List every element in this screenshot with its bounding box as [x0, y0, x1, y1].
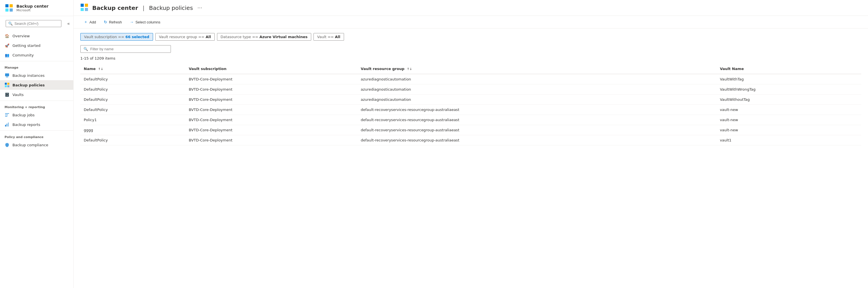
add-icon: ＋ — [84, 20, 88, 25]
cell-subscription: BVTD-Core-Deployment — [185, 115, 357, 125]
table-row[interactable]: DefaultPolicy BVTD-Core-Deployment defau… — [80, 105, 861, 115]
items-count: 1-15 of 1209 items — [80, 56, 861, 61]
getting-started-icon: 🚀 — [4, 43, 10, 48]
sidebar-item-backup-compliance[interactable]: Backup compliance — [0, 140, 73, 150]
svg-rect-14 — [6, 124, 7, 127]
svg-rect-15 — [8, 122, 9, 127]
app-header: Backup center Microsoft — [0, 0, 73, 16]
search-input[interactable] — [14, 22, 59, 26]
cell-resource-group: default-recoveryservices-resourcegroup-a… — [357, 105, 716, 115]
cell-name: DefaultPolicy — [80, 95, 185, 105]
filter-vault-subscription[interactable]: Vault subscription == 66 selected — [80, 33, 153, 41]
cell-subscription: BVTD-Core-Deployment — [185, 74, 357, 84]
cell-subscription: BVTD-Core-Deployment — [185, 95, 357, 105]
cell-resource-group: azurediagnosticautomation — [357, 84, 716, 95]
backup-jobs-icon — [4, 112, 10, 117]
svg-rect-5 — [6, 76, 8, 77]
app-title: Backup center — [17, 4, 49, 8]
overview-icon: 🏠 — [4, 33, 10, 38]
sidebar-item-overview[interactable]: 🏠 Overview — [0, 31, 73, 41]
cell-subscription: BVTD-Core-Deployment — [185, 125, 357, 135]
sidebar-item-backup-reports[interactable]: Backup reports — [0, 120, 73, 129]
cell-resource-group: default-recoveryservices-resourcegroup-a… — [357, 135, 716, 145]
svg-rect-2 — [10, 4, 13, 7]
col-vault-name: Vault Name — [716, 64, 861, 74]
policy-section-label: Policy and compliance — [0, 132, 73, 140]
manage-section-label: Manage — [0, 62, 73, 71]
add-button[interactable]: ＋ Add — [80, 18, 99, 26]
cell-name: DefaultPolicy — [80, 105, 185, 115]
refresh-button[interactable]: ↻ Refresh — [100, 19, 125, 26]
filter-datasource-type[interactable]: Datasource type == Azure Virtual machine… — [217, 33, 311, 41]
table-row[interactable]: gggg BVTD-Core-Deployment default-recove… — [80, 125, 861, 135]
cell-vault-name: vault1 — [716, 135, 861, 145]
backup-policies-icon — [4, 82, 10, 87]
cell-resource-group: azurediagnosticautomation — [357, 95, 716, 105]
page-subtitle: Backup policies — [149, 4, 193, 11]
select-columns-icon: → — [130, 20, 134, 24]
table-row[interactable]: DefaultPolicy BVTD-Core-Deployment azure… — [80, 74, 861, 84]
cell-resource-group: default-recoveryservices-resourcegroup-a… — [357, 125, 716, 135]
sidebar-item-vaults[interactable]: 🗄️ Vaults — [0, 90, 73, 99]
cell-name: DefaultPolicy — [80, 74, 185, 84]
svg-rect-4 — [5, 73, 9, 76]
nav-divider-3 — [0, 131, 73, 131]
svg-rect-18 — [85, 4, 88, 7]
table-search-input[interactable] — [90, 47, 168, 51]
page-header-icon — [80, 3, 88, 12]
nav-divider-1 — [0, 61, 73, 61]
svg-rect-19 — [85, 8, 88, 11]
nav-divider-2 — [0, 101, 73, 101]
cell-name: Policy1 — [80, 115, 185, 125]
cell-name: DefaultPolicy — [80, 84, 185, 95]
sidebar-item-backup-jobs[interactable]: Backup jobs — [0, 110, 73, 120]
svg-rect-17 — [81, 8, 84, 11]
policies-table: Name ↑↓ Vault subscription Vault resourc… — [80, 64, 861, 145]
table-row[interactable]: DefaultPolicy BVTD-Core-Deployment azure… — [80, 95, 861, 105]
sidebar-item-getting-started[interactable]: 🚀 Getting started — [0, 41, 73, 50]
cell-name: gggg — [80, 125, 185, 135]
filter-vault-resource-group[interactable]: Vault resource group == All — [155, 33, 215, 41]
collapse-sidebar-button[interactable]: « — [66, 21, 71, 26]
cell-vault-name: vault-new — [716, 125, 861, 135]
cell-resource-group: azurediagnosticautomation — [357, 74, 716, 84]
cell-subscription: BVTD-Core-Deployment — [185, 84, 357, 95]
cell-name: DefaultPolicy — [80, 135, 185, 145]
backup-reports-icon — [4, 122, 10, 127]
svg-rect-16 — [81, 4, 84, 7]
svg-rect-0 — [5, 4, 8, 7]
sidebar-item-community[interactable]: 👥 Community — [0, 50, 73, 60]
toolbar: ＋ Add ↻ Refresh → Select columns — [73, 16, 868, 29]
sidebar-item-backup-instances[interactable]: Backup instances — [0, 71, 73, 80]
col-vault-subscription: Vault subscription — [185, 64, 357, 74]
vaults-icon: 🗄️ — [4, 92, 10, 97]
cell-vault-name: vault-new — [716, 105, 861, 115]
cell-subscription: BVTD-Core-Deployment — [185, 135, 357, 145]
cell-vault-name: VaultWithWrongTag — [716, 84, 861, 95]
col-name[interactable]: Name ↑↓ — [80, 64, 185, 74]
select-columns-button[interactable]: → Select columns — [126, 19, 164, 26]
filter-vault[interactable]: Vault == All — [313, 33, 344, 41]
backup-compliance-icon — [4, 142, 10, 147]
svg-rect-3 — [10, 8, 13, 11]
page-title-separator: | — [143, 4, 145, 11]
monitoring-section-label: Monitoring + reporting — [0, 102, 73, 110]
col-vault-resource-group[interactable]: Vault resource group ↑↓ — [357, 64, 716, 74]
table-row[interactable]: DefaultPolicy BVTD-Core-Deployment defau… — [80, 135, 861, 145]
backup-instances-icon — [4, 73, 10, 78]
content-area: Vault subscription == 66 selected Vault … — [73, 29, 868, 288]
sidebar-search[interactable]: 🔍 — [6, 20, 61, 27]
main-content: Backup center | Backup policies ··· ＋ Ad… — [73, 0, 868, 288]
more-options-icon[interactable]: ··· — [197, 5, 202, 11]
table-row[interactable]: DefaultPolicy BVTD-Core-Deployment azure… — [80, 84, 861, 95]
sort-rg-icon: ↑↓ — [407, 67, 412, 71]
search-icon: 🔍 — [8, 22, 13, 26]
page-header: Backup center | Backup policies ··· — [73, 0, 868, 16]
svg-rect-1 — [5, 8, 8, 11]
table-row[interactable]: Policy1 BVTD-Core-Deployment default-rec… — [80, 115, 861, 125]
refresh-icon: ↻ — [104, 20, 107, 24]
sidebar-item-backup-policies[interactable]: Backup policies — [0, 80, 73, 90]
app-logo-icon — [4, 3, 13, 12]
table-search-box[interactable]: 🔍 — [80, 45, 171, 53]
table-search-icon: 🔍 — [84, 47, 88, 51]
